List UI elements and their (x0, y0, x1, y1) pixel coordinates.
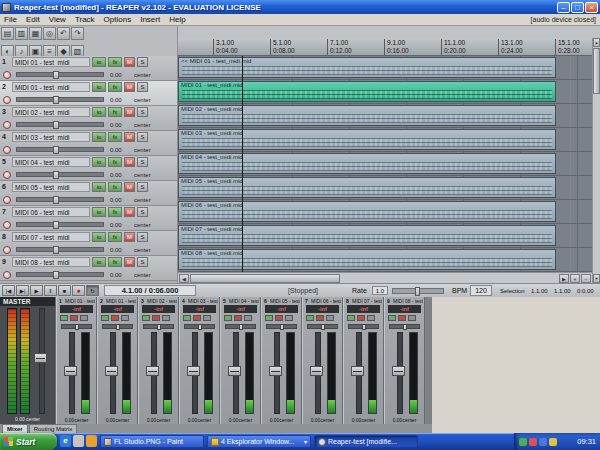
pan-slider[interactable] (102, 324, 133, 329)
scroll-up-icon[interactable]: ▲ (593, 38, 600, 47)
arrange-lane-2[interactable]: MIDI 01 - test_midi.mid (178, 80, 592, 104)
scroll-right-icon[interactable]: ▶ (559, 274, 569, 283)
repeat-button[interactable]: ↻ (86, 285, 99, 296)
play-button[interactable]: ▶ (30, 285, 43, 296)
strip-volume-fader[interactable] (104, 332, 119, 414)
fader-cap[interactable] (105, 366, 118, 376)
strip-mute-button[interactable] (275, 315, 283, 321)
fader-handle[interactable] (53, 171, 59, 179)
strip-fx-button[interactable] (265, 315, 273, 321)
arrange-lane-3[interactable]: MIDI 02 - test_midi.mid (178, 104, 592, 128)
fader-handle[interactable] (53, 271, 59, 279)
mixer-strip-1[interactable]: 1MIDI 01 - test-inf0.00center (56, 297, 97, 424)
strip-solo-button[interactable] (244, 315, 252, 321)
arrange-lane-5[interactable]: MIDI 04 - test_midi.mid (178, 152, 592, 176)
pan-slider[interactable] (143, 324, 174, 329)
track-io-button[interactable]: io (92, 182, 106, 192)
strip-volume-fader[interactable] (268, 332, 283, 414)
track-mute-button[interactable]: M (124, 107, 135, 117)
arrange-lane-9[interactable]: MIDI 08 - test_midi.mid (178, 248, 592, 272)
strip-solo-button[interactable] (367, 315, 375, 321)
track-fx-button[interactable]: fx (108, 182, 122, 192)
track-fx-button[interactable]: fx (108, 57, 122, 67)
strip-fx-button[interactable] (224, 315, 232, 321)
minimize-button[interactable]: – (557, 2, 570, 13)
strip-mute-button[interactable] (193, 315, 201, 321)
fader-handle[interactable] (53, 146, 59, 154)
track-io-button[interactable]: io (92, 107, 106, 117)
taskbar-button-paint[interactable]: FL Studio.PNG - Paint (100, 435, 204, 448)
close-button[interactable]: × (585, 2, 598, 13)
pan-slider[interactable] (348, 324, 379, 329)
pan-handle[interactable] (157, 324, 161, 330)
track-volume-fader[interactable] (16, 122, 104, 127)
tray-icon-3[interactable] (539, 438, 547, 446)
track-mute-button[interactable]: M (124, 57, 135, 67)
selection-length-value[interactable]: 0:0.00 (577, 288, 594, 294)
media-item[interactable]: MIDI 03 - test_midi.mid (178, 129, 556, 150)
strip-fx-button[interactable] (142, 315, 150, 321)
track-name-field[interactable]: MIDI 02 - test_midi (12, 107, 90, 117)
strip-solo-button[interactable] (285, 315, 293, 321)
mixer-strip-4[interactable]: 4MIDI 03 - test-inf0.00center (179, 297, 220, 424)
media-item[interactable]: MIDI 04 - test_midi.mid (178, 153, 556, 174)
fader-cap[interactable] (228, 366, 241, 376)
start-button[interactable]: Start (0, 433, 57, 450)
track-volume-fader[interactable] (16, 72, 104, 77)
track-mute-button[interactable]: M (124, 82, 135, 92)
strip-solo-button[interactable] (408, 315, 416, 321)
rate-value[interactable]: 1.0 (372, 286, 388, 295)
menu-edit[interactable]: Edit (26, 15, 40, 24)
record-arm-button[interactable] (3, 121, 11, 129)
strip-fx-button[interactable] (60, 315, 68, 321)
toolbar-project-settings-button[interactable]: ◎ (43, 27, 56, 40)
pause-button[interactable]: ‖ (44, 285, 57, 296)
quicklaunch-media-player-icon[interactable] (86, 435, 97, 447)
track-fx-button[interactable]: fx (108, 82, 122, 92)
fader-handle[interactable] (53, 246, 59, 254)
fader-cap[interactable] (351, 366, 364, 376)
mixer-strip-6[interactable]: 6MIDI 05 - test-inf0.00center (261, 297, 302, 424)
track-io-button[interactable]: io (92, 232, 106, 242)
zoom-in-icon[interactable]: + (570, 274, 580, 283)
strip-solo-button[interactable] (162, 315, 170, 321)
track-fx-button[interactable]: fx (108, 257, 122, 267)
track-io-button[interactable]: io (92, 132, 106, 142)
strip-solo-button[interactable] (326, 315, 334, 321)
playback-position-display[interactable]: 4.1.00 / 0:06.000 (104, 285, 196, 296)
track-fx-button[interactable]: fx (108, 107, 122, 117)
record-arm-button[interactable] (3, 146, 11, 154)
taskbar-button-reaper[interactable]: Reaper-test [modifie... (314, 435, 418, 448)
track-name-field[interactable]: MIDI 03 - test_midi (12, 132, 90, 142)
master-strip[interactable]: MASTER 0.00 center (0, 297, 56, 424)
strip-fx-button[interactable] (306, 315, 314, 321)
media-item[interactable]: MIDI 08 - test_midi.mid (178, 249, 556, 270)
rate-slider[interactable] (392, 288, 444, 294)
taskbar-clock[interactable]: 09:31 (577, 437, 596, 446)
strip-volume-fader[interactable] (63, 332, 78, 414)
record-arm-button[interactable] (3, 96, 11, 104)
zoom-out-icon[interactable]: − (581, 274, 591, 283)
pan-slider[interactable] (61, 324, 92, 329)
track-panel-row-2[interactable]: 2MIDI 01 - test_midiiofxMS0.00center (0, 81, 177, 106)
track-solo-button[interactable]: S (137, 182, 148, 192)
media-item[interactable]: MIDI 02 - test_midi.mid (178, 105, 556, 126)
record-arm-button[interactable] (3, 221, 11, 229)
stop-button[interactable]: ■ (58, 285, 71, 296)
strip-volume-fader[interactable] (391, 332, 406, 414)
track-io-button[interactable]: io (92, 157, 106, 167)
track-name-field[interactable]: MIDI 05 - test_midi (12, 182, 90, 192)
toolbar-new-project-button[interactable]: ▤ (1, 27, 14, 40)
track-volume-fader[interactable] (16, 147, 104, 152)
track-panel-row-9[interactable]: 9MIDI 08 - test_midiiofxMS0.00center (0, 256, 177, 281)
go-to-start-button[interactable]: |◀ (2, 285, 15, 296)
strip-solo-button[interactable] (80, 315, 88, 321)
track-io-button[interactable]: io (92, 82, 106, 92)
edit-cursor[interactable] (242, 56, 243, 272)
toolbar-undo-button[interactable]: ↶ (57, 27, 70, 40)
fader-cap[interactable] (392, 366, 405, 376)
media-item[interactable]: << MIDI 01 - test_midi.mid (178, 57, 556, 78)
track-mute-button[interactable]: M (124, 132, 135, 142)
track-panel-row-6[interactable]: 6MIDI 05 - test_midiiofxMS0.00center (0, 181, 177, 206)
track-volume-fader[interactable] (16, 172, 104, 177)
